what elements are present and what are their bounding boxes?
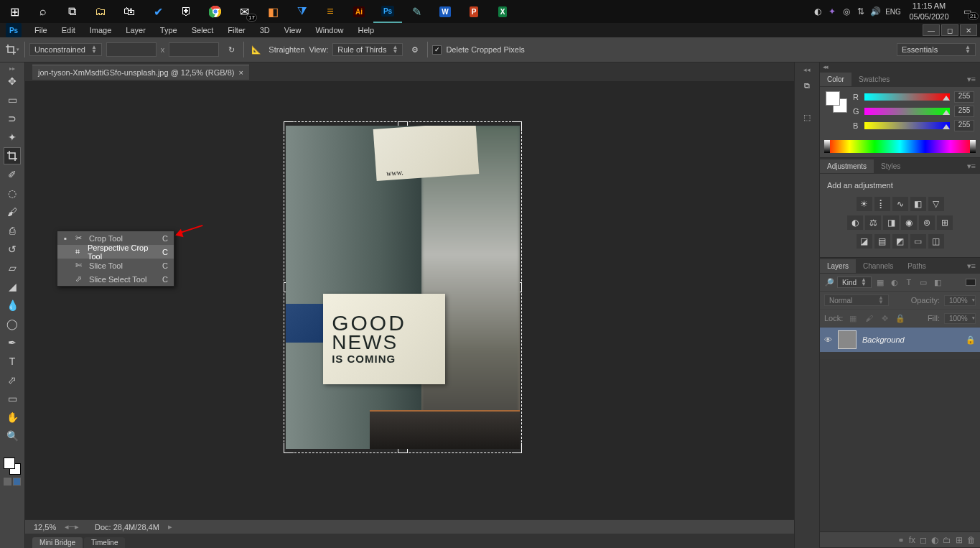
panels-collapse-grip[interactable]: ◂◂ (820, 62, 980, 71)
adj-posterize-icon[interactable]: ▤ (874, 234, 890, 249)
adj-colorlookup-icon[interactable]: ⊞ (937, 215, 953, 230)
security-icon[interactable]: ⛨ (172, 0, 201, 23)
move-tool[interactable]: ✥ (4, 73, 21, 90)
brush-tool[interactable]: 🖌 (4, 203, 21, 220)
quickmask-row[interactable] (4, 478, 21, 486)
dodge-tool[interactable]: ◯ (4, 315, 21, 333)
menu-type[interactable]: Type (153, 24, 185, 37)
adj-channelmixer-icon[interactable]: ⊚ (919, 215, 935, 230)
menu-file[interactable]: File (27, 24, 55, 37)
link-layers-icon[interactable]: ⚭ (897, 535, 905, 545)
magic-wand-tool[interactable]: ✦ (4, 129, 21, 146)
minimize-button[interactable]: — (923, 24, 940, 36)
b-slider[interactable] (864, 122, 950, 129)
r-slider[interactable] (864, 93, 950, 101)
gradient-tool[interactable]: ◢ (4, 278, 21, 295)
crop-ratio-select[interactable]: Unconstrained▲▼ (29, 43, 102, 56)
color-tab[interactable]: Color (820, 73, 851, 86)
adj-colorbalance-icon[interactable]: ⚖ (865, 215, 881, 230)
canvas[interactable]: www. GOOD NEWS IS COMING (25, 81, 794, 519)
maximize-button[interactable]: ◻ (941, 24, 958, 36)
adj-selectivecolor-icon[interactable]: ◫ (928, 234, 944, 249)
layer-filter-kind[interactable]: Kind▲▼ (837, 277, 872, 288)
menu-3d[interactable]: 3D (253, 24, 277, 37)
crop-view-select[interactable]: Rule of Thirds▲▼ (332, 43, 403, 56)
adj-gradientmap-icon[interactable]: ▭ (910, 234, 926, 249)
flyout-perspective-crop-tool[interactable]: ⌗Perspective Crop ToolC (57, 245, 174, 259)
g-value[interactable]: 255 (954, 106, 974, 117)
tray-app1-icon[interactable]: ◐ (811, 0, 825, 23)
sublime-icon[interactable]: ≡ (316, 0, 345, 23)
lock-all-icon[interactable]: 🔒 (895, 312, 906, 324)
panel-menu-icon[interactable]: ▾≡ (967, 75, 976, 84)
menu-image[interactable]: Image (83, 24, 119, 37)
history-panel-icon[interactable]: ⧉ (798, 77, 816, 94)
volume-icon[interactable]: 🔊 (868, 0, 882, 23)
right-collapse-grip[interactable]: ◂◂ (795, 65, 819, 74)
eyedropper-tool[interactable]: ✐ (4, 166, 21, 183)
illustrator-icon[interactable]: Ai (345, 0, 373, 23)
add-mask-icon[interactable]: ◻ (920, 535, 927, 545)
marquee-tool[interactable]: ▭ (4, 91, 21, 108)
layer-lock-icon[interactable]: 🔒 (966, 335, 976, 345)
hand-tool[interactable]: ✋ (4, 409, 21, 426)
menu-window[interactable]: Window (308, 24, 350, 37)
workspace-select[interactable]: Essentials▲▼ (897, 43, 976, 56)
store-icon[interactable]: 🛍 (115, 0, 144, 23)
crop-width-input[interactable] (106, 42, 157, 57)
adj-levels-icon[interactable]: ⡇ (874, 197, 890, 211)
powerpoint-icon[interactable]: P (459, 0, 488, 23)
adj-threshold-icon[interactable]: ◩ (892, 234, 908, 249)
action-center-icon[interactable]: ▭21 (954, 0, 980, 23)
adjustments-tab[interactable]: Adjustments (820, 159, 874, 173)
adj-vibrance-icon[interactable]: ▽ (928, 197, 944, 211)
fgbg-swatch[interactable] (4, 458, 21, 475)
straighten-icon[interactable]: 📐 (248, 42, 264, 57)
task-view-icon[interactable]: ⧉ (57, 0, 86, 23)
color-fgbg-swatch[interactable] (826, 91, 847, 113)
clock[interactable]: 11:15 AM 05/05/2020 (904, 1, 954, 22)
lf-smart-icon[interactable]: ◧ (932, 277, 943, 288)
delete-layer-icon[interactable]: 🗑 (967, 535, 976, 545)
styles-tab[interactable]: Styles (874, 159, 907, 173)
fill-input[interactable]: 100%▾ (944, 313, 976, 324)
opacity-input[interactable]: 100%▾ (944, 295, 976, 306)
menu-edit[interactable]: Edit (55, 24, 83, 37)
chrome-icon[interactable] (201, 0, 230, 23)
r-value[interactable]: 255 (954, 91, 974, 103)
crop-tool-preset-icon[interactable]: ▾ (4, 42, 20, 57)
xampp-icon[interactable]: ◧ (258, 0, 287, 23)
lock-transp-icon[interactable]: ▦ (847, 312, 859, 324)
blur-tool[interactable]: 💧 (4, 297, 21, 314)
menu-help[interactable]: Help (351, 24, 382, 37)
doc-info-flyout-icon[interactable]: ▸ (168, 522, 172, 531)
g-slider[interactable] (864, 108, 950, 115)
adj-photofilter-icon[interactable]: ◉ (901, 215, 917, 230)
menu-filter[interactable]: Filter (220, 24, 252, 37)
crop-settings-icon[interactable]: ⚙ (407, 42, 423, 57)
menu-select[interactable]: Select (185, 24, 221, 37)
lasso-tool[interactable]: ⊃ (4, 110, 21, 127)
delete-cropped-checkbox[interactable]: ✓ (432, 45, 442, 55)
mini-bridge-tab[interactable]: Mini Bridge (32, 537, 83, 548)
adj-curves-icon[interactable]: ∿ (892, 197, 908, 211)
file-explorer-icon[interactable]: 🗂 (86, 0, 115, 23)
menu-layer[interactable]: Layer (118, 24, 153, 37)
lf-adj-icon[interactable]: ◐ (889, 277, 900, 288)
panel-menu-icon[interactable]: ▾≡ (967, 261, 976, 271)
layer-fx-icon[interactable]: fx (909, 535, 915, 545)
close-button[interactable]: ✕ (960, 24, 977, 36)
new-layer-icon[interactable]: ⊞ (956, 535, 963, 545)
eraser-tool[interactable]: ▱ (4, 259, 21, 277)
flyout-slice-select-tool[interactable]: ⬀Slice Select ToolC (57, 272, 174, 286)
lf-type-icon[interactable]: T (903, 277, 915, 288)
layer-row-background[interactable]: 👁 Background 🔒 (820, 328, 980, 352)
layer-thumbnail[interactable] (838, 330, 857, 349)
network-icon[interactable]: ⇅ (854, 0, 868, 23)
type-tool[interactable]: T (4, 353, 21, 370)
healing-brush-tool[interactable]: ◌ (4, 185, 21, 202)
pen-tool[interactable]: ✒ (4, 334, 21, 351)
start-button[interactable]: ⊞ (0, 0, 29, 23)
lock-paint-icon[interactable]: 🖌 (863, 312, 874, 324)
notepadpp-icon[interactable]: ✎ (402, 0, 431, 23)
